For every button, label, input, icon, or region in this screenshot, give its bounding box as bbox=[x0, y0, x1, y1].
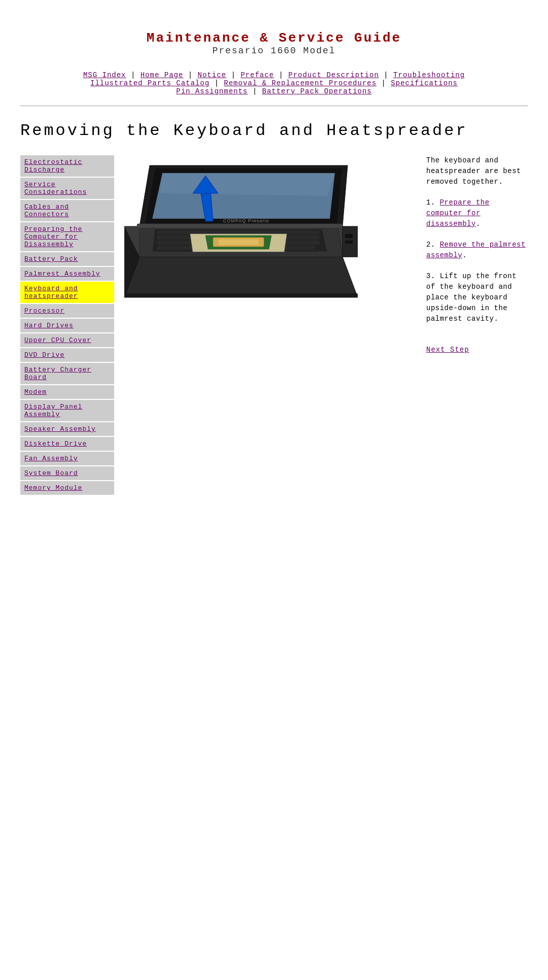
nav-illustrated-parts[interactable]: Illustrated Parts Catalog bbox=[90, 79, 210, 87]
sidebar-item-battery-charger-board[interactable]: Battery Charger Board bbox=[20, 363, 114, 384]
laptop-svg: COMPAQ Presario bbox=[124, 155, 358, 313]
sidebar: Electrostatic Discharge Service Consider… bbox=[20, 155, 114, 496]
nav-specifications[interactable]: Specifications bbox=[391, 79, 458, 87]
sidebar-item-fan-assembly[interactable]: Fan Assembly bbox=[20, 452, 114, 465]
step-1: 1. Prepare the computer for disassembly. bbox=[426, 197, 528, 229]
svg-rect-24 bbox=[124, 293, 358, 297]
sidebar-item-memory-module[interactable]: Memory Module bbox=[20, 481, 114, 495]
page-header: Maintenance & Service Guide Presario 166… bbox=[20, 30, 528, 56]
sidebar-item-cables-connectors[interactable]: Cables and Connectors bbox=[20, 200, 114, 221]
sidebar-item-upper-cpu-cover[interactable]: Upper CPU Cover bbox=[20, 333, 114, 347]
nav-troubleshooting[interactable]: Troubleshooting bbox=[393, 71, 465, 79]
page-title: Removing the Keyboard and Heatspreader bbox=[20, 121, 528, 140]
content-area: Electrostatic Discharge Service Consider… bbox=[20, 155, 528, 496]
next-step-link[interactable]: Next Step bbox=[426, 346, 469, 354]
sidebar-item-speaker-assembly[interactable]: Speaker Assembly bbox=[20, 422, 114, 436]
main-title: Maintenance & Service Guide bbox=[20, 30, 528, 46]
svg-marker-0 bbox=[124, 257, 358, 297]
description-intro: The keyboard and heatspreader are best r… bbox=[426, 155, 528, 187]
sidebar-item-service-considerations[interactable]: Service Considerations bbox=[20, 178, 114, 199]
nav-msg-index[interactable]: MSG Index bbox=[83, 71, 126, 79]
sidebar-item-display-panel[interactable]: Display Panel Assembly bbox=[20, 400, 114, 421]
step-2: 2. Remove the palmrest assembly. bbox=[426, 240, 528, 261]
svg-rect-20 bbox=[137, 224, 342, 228]
nav-removal-replacement[interactable]: Removal & Replacement Procedures bbox=[224, 79, 376, 87]
sidebar-item-modem[interactable]: Modem bbox=[20, 385, 114, 399]
laptop-image: COMPAQ Presario bbox=[124, 155, 358, 313]
nav-battery-pack-ops[interactable]: Battery Pack Operations bbox=[262, 87, 372, 95]
sidebar-item-palmrest-assembly[interactable]: Palmrest Assembly bbox=[20, 267, 114, 281]
sidebar-item-diskette-drive[interactable]: Diskette Drive bbox=[20, 437, 114, 451]
sidebar-item-hard-drives[interactable]: Hard Drives bbox=[20, 319, 114, 332]
svg-marker-16 bbox=[160, 173, 335, 196]
svg-rect-12 bbox=[218, 239, 259, 245]
nav-home-page[interactable]: Home Page bbox=[141, 71, 184, 79]
sidebar-item-dvd-drive[interactable]: DVD Drive bbox=[20, 348, 114, 362]
step-2-link[interactable]: Remove the palmrest assembly bbox=[426, 241, 526, 259]
step-3: 3. Lift up the front of the keyboard and… bbox=[426, 271, 528, 324]
subtitle: Presario 1660 Model bbox=[20, 46, 528, 56]
sidebar-item-electrostatic[interactable]: Electrostatic Discharge bbox=[20, 155, 114, 177]
sidebar-item-preparing-computer[interactable]: Preparing the Computer for Disassembly bbox=[20, 222, 114, 251]
sidebar-item-system-board[interactable]: System Board bbox=[20, 466, 114, 480]
step-1-link[interactable]: Prepare the computer for disassembly bbox=[426, 198, 490, 228]
nav-product-description[interactable]: Product Description bbox=[288, 71, 379, 79]
svg-rect-23 bbox=[345, 241, 353, 244]
svg-text:COMPAQ Presario: COMPAQ Presario bbox=[223, 218, 269, 223]
next-step-container: Next Step bbox=[426, 345, 528, 355]
right-panel: The keyboard and heatspreader are best r… bbox=[426, 155, 528, 496]
nav-preface[interactable]: Preface bbox=[241, 71, 274, 79]
svg-rect-22 bbox=[345, 234, 353, 238]
sidebar-item-keyboard-heatspreader[interactable]: Keyboard and heatspreader bbox=[20, 282, 114, 303]
divider bbox=[20, 106, 528, 106]
nav-notice[interactable]: Notice bbox=[198, 71, 226, 79]
sidebar-item-battery-pack[interactable]: Battery Pack bbox=[20, 252, 114, 266]
middle-content: COMPAQ Presario bbox=[124, 155, 416, 496]
nav-pin-assignments[interactable]: Pin Assignments bbox=[176, 87, 248, 95]
navigation: MSG Index | Home Page | Notice | Preface… bbox=[20, 71, 528, 95]
sidebar-item-processor[interactable]: Processor bbox=[20, 304, 114, 318]
step-3-text: 3. Lift up the front of the keyboard and… bbox=[426, 271, 528, 324]
